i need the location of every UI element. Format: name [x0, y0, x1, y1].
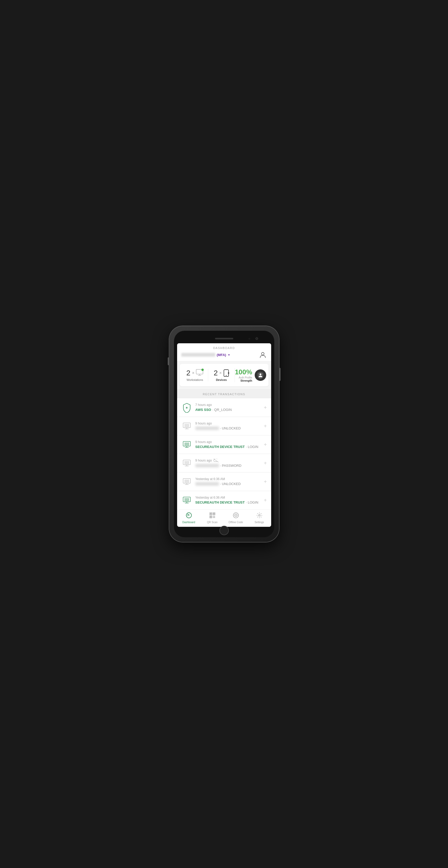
expand-button[interactable]: +	[264, 423, 267, 429]
tx-time: Yesterday at 6:36 AM	[196, 496, 261, 499]
tx-action: · LOGIN	[246, 500, 258, 504]
svg-rect-71	[214, 517, 215, 518]
nav-offline-label: Offline Code	[229, 521, 243, 524]
workstations-count: 2	[186, 369, 190, 377]
camera	[256, 337, 258, 340]
tx-content: 9 hours ago · UNLOCKED	[196, 422, 261, 431]
svg-rect-69	[214, 516, 215, 517]
tx-content: 7 hours ago AWS SSO · QR_LOGIN	[196, 403, 261, 412]
svg-point-61	[188, 515, 189, 516]
profile-button[interactable]	[259, 350, 267, 359]
tx-name-blur	[196, 482, 219, 486]
gear-icon	[256, 512, 263, 519]
tx-name-blur	[196, 464, 219, 467]
tx-time: 7 hours ago	[196, 403, 261, 407]
tx-action: · QR_LOGIN	[212, 408, 232, 412]
tx-name-row: SECUREAUTH DEVICE TRUST · LOGIN	[196, 500, 261, 505]
phone-screen: DASHBOARD (MFA) ▼	[177, 343, 271, 527]
nav-offline-code[interactable]: Offline Code	[224, 509, 248, 527]
svg-rect-65	[213, 513, 214, 514]
tx-time: 9 hours ago	[196, 440, 261, 444]
nav-settings[interactable]: Settings	[248, 509, 271, 527]
svg-rect-67	[210, 516, 211, 518]
phone-top-bar	[177, 334, 271, 343]
speaker	[215, 338, 233, 339]
svg-rect-70	[213, 517, 214, 518]
tx-name-row: · UNLOCKED	[196, 426, 261, 431]
mobile-icon	[223, 369, 229, 377]
svg-rect-68	[213, 516, 214, 517]
strength-text: 100% Auth Profile Strength	[235, 368, 252, 382]
strength-label2: Strength	[235, 379, 252, 382]
account-selector[interactable]: (MFA) ▼	[181, 353, 230, 357]
tx-time-row: 9 hours ago	[196, 459, 261, 463]
tx-icon-shield: ✶	[181, 402, 192, 413]
tx-icon-workstation-green	[181, 439, 192, 450]
svg-point-75	[259, 515, 260, 516]
phone-frame: DASHBOARD (MFA) ▼	[169, 326, 279, 542]
devices-count-row: 2 ×	[214, 369, 229, 377]
online-indicator	[201, 369, 204, 371]
shield-profile-icon	[255, 369, 266, 381]
tx-name-row: · UNLOCKED	[196, 482, 261, 486]
nav-qr-label: QR Scan	[207, 521, 218, 524]
transaction-item[interactable]: 9 hours ago · UNLOCKED +	[177, 417, 271, 435]
stats-card: 2 × Workstations	[180, 364, 269, 386]
svg-point-74	[235, 515, 236, 516]
page-title: DASHBOARD	[181, 346, 267, 349]
svg-rect-63	[210, 513, 211, 514]
nav-dashboard[interactable]: Dashboard	[177, 509, 201, 527]
cloud-offline-icon	[213, 459, 219, 463]
app-header: DASHBOARD (MFA) ▼	[177, 343, 271, 361]
volume-button	[168, 358, 169, 365]
workstation-gray2-icon	[182, 458, 192, 468]
workstation-green2-icon	[182, 495, 192, 505]
dropdown-arrow-icon[interactable]: ▼	[228, 353, 230, 356]
person-icon	[260, 351, 266, 358]
tx-action: · PASSWORD	[220, 464, 241, 468]
workstation-green-icon	[182, 439, 192, 450]
settings-icon	[256, 512, 263, 520]
tx-action: · UNLOCKED	[220, 482, 241, 486]
transaction-item[interactable]: 9 hours ago SECUREAUTH DEVICE TRUST · LO…	[177, 435, 271, 454]
power-button	[279, 368, 280, 381]
svg-text:✶: ✶	[185, 406, 188, 410]
mfa-label: (MFA)	[217, 353, 226, 357]
transaction-item[interactable]: 9 hours ago · PASSWORD	[177, 454, 271, 472]
cloud-slash-icon	[213, 459, 219, 462]
nav-qr-scan[interactable]: QR Scan	[201, 509, 224, 527]
tx-name-blur	[196, 427, 219, 430]
recent-transactions-header: RECENT TRANSACTIONS	[177, 389, 271, 398]
auth-strength-stat[interactable]: 100% Auth Profile Strength	[235, 368, 266, 382]
transactions-list: ✶ 7 hours ago AWS SSO · QR_LOGIN +	[177, 398, 271, 509]
expand-button[interactable]: +	[264, 479, 267, 485]
tx-icon-workstation-gray2	[181, 458, 192, 469]
user-row: (MFA) ▼	[181, 350, 267, 359]
transaction-item[interactable]: Yesterday at 6:36 AM SECUREAUTH DEVICE T…	[177, 491, 271, 509]
tx-name-green: AWS SSO	[196, 408, 211, 412]
transaction-item[interactable]: ✶ 7 hours ago AWS SSO · QR_LOGIN +	[177, 398, 271, 416]
tx-time: 9 hours ago	[196, 422, 261, 425]
workstations-stat[interactable]: 2 × Workstations	[182, 369, 208, 381]
tx-action: · LOGIN	[246, 445, 258, 449]
workstation-gray-icon	[182, 421, 192, 431]
home-button[interactable]	[219, 526, 229, 535]
tx-time: Yesterday at 6:36 AM	[196, 477, 261, 481]
workstations-label: Workstations	[186, 378, 203, 381]
offline-code-icon	[233, 512, 239, 520]
devices-stat[interactable]: 2 × Devices	[208, 369, 235, 381]
expand-button[interactable]: +	[264, 405, 267, 411]
speedometer-icon	[186, 512, 192, 519]
shield-person-icon	[257, 371, 264, 379]
expand-button[interactable]: +	[264, 460, 267, 466]
qr-code-icon	[209, 512, 215, 519]
tx-name-row: AWS SSO · QR_LOGIN	[196, 407, 261, 412]
expand-button[interactable]: +	[264, 497, 267, 503]
transaction-item[interactable]: Yesterday at 6:36 AM · UNLOCKED +	[177, 472, 271, 491]
tx-content: 9 hours ago SECUREAUTH DEVICE TRUST · LO…	[196, 440, 261, 449]
expand-button[interactable]: +	[264, 442, 267, 448]
phone-bezel: DASHBOARD (MFA) ▼	[174, 331, 274, 537]
workstation-gray3-icon	[182, 476, 192, 487]
workstation-icon	[196, 369, 203, 377]
phone-bottom-bar	[177, 527, 271, 534]
